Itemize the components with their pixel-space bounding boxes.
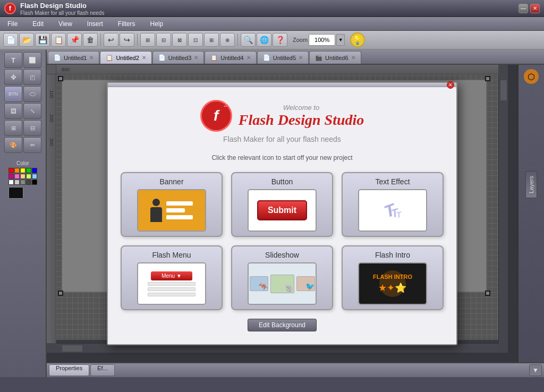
delete-button[interactable]: 🗑 (83, 33, 98, 47)
paste-button[interactable]: 📌 (67, 33, 82, 47)
tab-untitled3[interactable]: 📄 Untitled3 ✕ (152, 51, 204, 64)
color-skyblue[interactable] (32, 174, 37, 179)
color-magenta[interactable] (8, 174, 14, 179)
button-preview-inner: Submit (249, 190, 316, 231)
fi-text: FLASH INTRO (373, 274, 412, 280)
tab-untitled2[interactable]: 📋 Untitled2 ✕ (100, 51, 151, 64)
minimize-button[interactable]: — (518, 4, 528, 13)
menu-view[interactable]: View (55, 19, 75, 29)
brush-tool[interactable]: ✏ (23, 137, 41, 153)
move-tool[interactable]: ✥ (4, 69, 22, 85)
tab-icon-4: 📋 (210, 54, 218, 61)
tab-label-1: Untitled1 (64, 55, 87, 61)
resize-tool[interactable]: ⤡ (23, 103, 41, 119)
color-orange[interactable] (14, 168, 20, 173)
tab-untitled1[interactable]: 📄 Untitled1 ✕ (48, 51, 99, 64)
anchor-button[interactable]: ⊕ (220, 33, 235, 47)
flash-intro-label: Flash Intro (347, 251, 438, 259)
open-button[interactable]: 📂 (19, 33, 34, 47)
distribute-v-button[interactable]: ⊞ (204, 33, 219, 47)
save-button[interactable]: 💾 (35, 33, 50, 47)
align-center-button[interactable]: ⊟ (156, 33, 171, 47)
color-yellow[interactable] (20, 168, 26, 173)
transform-tool[interactable]: ◰ (23, 69, 41, 85)
banner-preview-inner (138, 190, 205, 231)
welcome-logo: f ••• Welcome to Flash Design Studio (121, 100, 444, 132)
image-tool[interactable]: 🖼 (4, 103, 22, 119)
tab-close-6[interactable]: ✕ (351, 55, 355, 61)
globe-button[interactable]: 🌐 (257, 33, 271, 47)
zoom-dropdown[interactable]: ▼ (336, 34, 345, 46)
color-gray[interactable] (20, 180, 26, 185)
layers-tab[interactable]: Layers (525, 171, 537, 198)
tab-untitled6[interactable]: 🎬 Untitled6 ✕ (309, 51, 361, 64)
menu-insert[interactable]: Insert (84, 19, 106, 29)
new-button[interactable]: 📄 (3, 33, 18, 47)
dialog-close-button[interactable]: ✕ (447, 81, 454, 89)
flash-intro-preview-img: FLASH INTRO ★✦⭐ (358, 262, 427, 305)
tab-close-2[interactable]: ✕ (142, 55, 146, 61)
separator-1 (100, 33, 101, 46)
zoom-label: Zoom (293, 37, 308, 43)
menu-help[interactable]: Help (147, 19, 167, 29)
color-peach[interactable] (20, 174, 26, 179)
select-tool[interactable]: ⬜ (23, 52, 41, 68)
banner-line-3 (166, 215, 193, 219)
tab-close-1[interactable]: ✕ (89, 55, 94, 61)
color-green[interactable] (26, 168, 31, 173)
color-white[interactable] (8, 180, 14, 185)
animal-3: 🐦 (305, 282, 314, 291)
redo-button[interactable]: ↪ (120, 33, 134, 47)
tab-close-3[interactable]: ✕ (194, 55, 198, 61)
tab-untitled4[interactable]: 📋 Untitled4 ✕ (205, 51, 256, 64)
align-right-button[interactable]: ⊠ (172, 33, 187, 47)
zoom-button[interactable]: 🔍 (241, 33, 256, 47)
effects-tab[interactable]: Ef... (90, 364, 115, 376)
edit-background-button[interactable]: Edit Background (248, 319, 317, 331)
text-effect-preview-img: T T T (358, 189, 427, 232)
lightbulb-button[interactable]: 💡 (350, 32, 365, 47)
close-button[interactable]: ✕ (530, 4, 540, 13)
project-card-button[interactable]: Button Submit (231, 172, 333, 237)
project-card-slideshow[interactable]: Slideshow 🦘 🐘 (231, 245, 333, 310)
welcome-title-block: Welcome to Flash Design Studio (239, 104, 364, 129)
tab-close-4[interactable]: ✕ (246, 55, 251, 61)
logo-letter: f (214, 107, 218, 124)
color-black[interactable] (32, 180, 37, 185)
text-tool[interactable]: T (4, 52, 22, 68)
button-tool[interactable]: BTN (4, 86, 22, 102)
slice-tool[interactable]: ⊟ (23, 120, 41, 136)
project-card-flash-intro[interactable]: Flash Intro FLASH INTRO ★✦⭐ (342, 245, 444, 310)
color-pink[interactable] (14, 174, 20, 179)
menu-filters[interactable]: Filters (115, 19, 139, 29)
color-darkgray[interactable] (26, 180, 31, 185)
current-color[interactable] (8, 187, 23, 199)
distribute-h-button[interactable]: ⊡ (188, 33, 203, 47)
properties-tab[interactable]: Properties (49, 364, 89, 376)
tabbar: 📄 Untitled1 ✕ 📋 Untitled2 ✕ 📄 Untitled3 … (47, 50, 544, 65)
bottom-arrow-button[interactable]: ▼ (529, 364, 542, 376)
menu-file[interactable]: File (4, 19, 21, 29)
color-lime[interactable] (26, 174, 31, 179)
project-card-banner[interactable]: Banner (121, 172, 223, 237)
fm-line-2 (148, 287, 196, 291)
button-label: Button (236, 177, 328, 186)
help-button[interactable]: ❓ (273, 33, 287, 47)
menu-edit[interactable]: Edit (29, 19, 47, 29)
tab-icon-2: 📋 (106, 54, 113, 61)
color-blue[interactable] (32, 168, 37, 173)
tab-close-5[interactable]: ✕ (299, 55, 303, 61)
align-left-button[interactable]: ⊞ (140, 33, 155, 47)
project-card-flash-menu[interactable]: Flash Menu Menu ▼ (121, 245, 223, 310)
tab-untitled5[interactable]: 📄 Untitled5 ✕ (257, 51, 309, 64)
copy-button[interactable]: 📋 (51, 33, 66, 47)
shape-tool[interactable]: ⬭ (23, 86, 41, 102)
color-lightgray[interactable] (14, 180, 20, 185)
crop-tool[interactable]: ⊞ (4, 120, 22, 136)
zoom-input[interactable] (309, 34, 335, 46)
project-card-text-effect[interactable]: Text Effect T T T (342, 172, 444, 237)
undo-button[interactable]: ↩ (104, 33, 118, 47)
tab-icon-1: 📄 (54, 54, 61, 61)
color-red[interactable] (8, 168, 14, 173)
color-pick-tool[interactable]: 🎨 (4, 137, 22, 153)
